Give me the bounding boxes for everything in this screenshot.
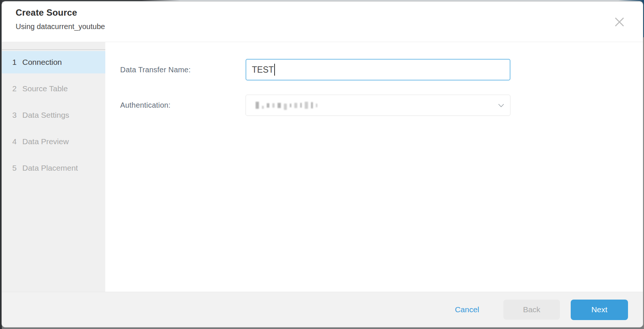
step-item-connection[interactable]: 1 Connection (2, 51, 105, 73)
dialog-header: Create Source Using datacurrent_youtube (2, 1, 643, 42)
dialog-title: Create Source (16, 7, 77, 18)
step-label: Data Preview (22, 137, 69, 146)
data-transfer-name-label: Data Transfer Name: (120, 66, 246, 74)
chevron-down-icon (498, 104, 504, 107)
step-item-data-preview[interactable]: 4 Data Preview (2, 130, 105, 153)
authentication-value-redacted (256, 101, 320, 110)
step-number: 4 (12, 137, 22, 146)
steps-list: 1 Connection 2 Source Table 3 Data Setti… (2, 50, 105, 179)
step-number: 1 (12, 58, 22, 67)
next-button[interactable]: Next (571, 300, 628, 320)
cancel-button[interactable]: Cancel (450, 301, 484, 318)
create-source-dialog: Create Source Using datacurrent_youtube … (2, 1, 643, 327)
step-number: 5 (12, 164, 22, 173)
dialog-subtitle: Using datacurrent_youtube (16, 22, 105, 31)
step-label: Connection (22, 58, 62, 67)
back-button[interactable]: Back (503, 300, 560, 320)
data-transfer-name-value: TEST (252, 65, 274, 75)
close-button[interactable] (613, 16, 626, 28)
steps-sidebar: 1 Connection 2 Source Table 3 Data Setti… (2, 42, 105, 292)
step-number: 2 (12, 84, 22, 93)
dialog-footer: Cancel Back Next (2, 292, 643, 327)
step-label: Data Placement (22, 164, 78, 173)
step-item-data-placement[interactable]: 5 Data Placement (2, 157, 105, 179)
steps-sidebar-divider (2, 42, 105, 50)
authentication-row: Authentication: (120, 95, 643, 116)
step-label: Data Settings (22, 111, 69, 120)
text-cursor (274, 64, 275, 76)
authentication-label: Authentication: (120, 101, 246, 110)
data-transfer-name-row: Data Transfer Name: TEST (120, 59, 643, 80)
authentication-select[interactable] (246, 95, 510, 116)
step-label: Source Table (22, 84, 68, 93)
connection-step-form: Data Transfer Name: TEST Authentication: (105, 42, 643, 292)
step-number: 3 (12, 111, 22, 120)
dialog-body: 1 Connection 2 Source Table 3 Data Setti… (2, 42, 643, 292)
close-icon (614, 16, 625, 28)
data-transfer-name-input[interactable]: TEST (246, 59, 510, 80)
step-item-source-table[interactable]: 2 Source Table (2, 77, 105, 100)
step-item-data-settings[interactable]: 3 Data Settings (2, 104, 105, 126)
